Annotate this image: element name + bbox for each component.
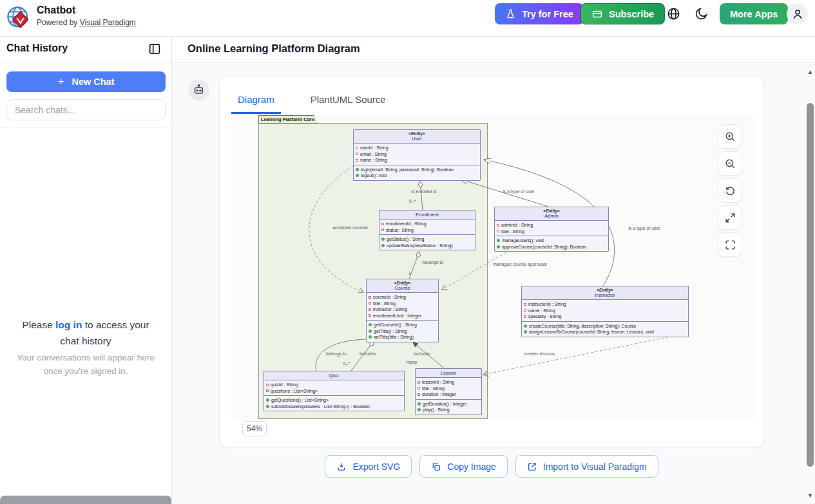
private-field-icon (369, 302, 371, 304)
sidebar: Chat History + New Chat Please log in to… (0, 37, 172, 504)
uml-entity-admin: «Entity»AdminadminId : Stringrole : Stri… (494, 207, 609, 252)
visual-paradigm-link[interactable]: Visual Paradigm (80, 18, 136, 27)
scroll-down-arrow[interactable]: ▼ (807, 492, 814, 499)
external-link-icon (527, 462, 537, 472)
uml-edge-label: includes (360, 351, 376, 356)
language-globe-icon[interactable] (666, 6, 681, 21)
app-title: Chatbot (37, 5, 75, 16)
private-field-icon (524, 309, 526, 312)
plus-icon: + (57, 75, 64, 88)
private-field-icon (356, 153, 358, 155)
private-field-icon (369, 296, 371, 299)
uml-edge-label: belongs to (423, 260, 443, 265)
private-field-icon (524, 315, 526, 318)
uml-edge-label: 0..* (343, 361, 350, 366)
public-method-icon (369, 323, 372, 326)
uml-edge-label: is enrolled in (411, 189, 436, 194)
public-method-icon (497, 245, 500, 248)
public-method-icon (524, 324, 527, 328)
login-message: Please log in to access your chat histor… (12, 317, 160, 350)
subscribe-button[interactable]: Subscribe (580, 3, 665, 24)
divider (0, 62, 171, 62)
try-for-free-button[interactable]: Try for Free (495, 3, 584, 24)
tab-plantuml-source[interactable]: PlantUML Source (304, 90, 392, 114)
person-icon (791, 8, 804, 21)
uml-edge-label: 0..* (409, 199, 416, 203)
public-method-icon (417, 402, 421, 406)
uml-entity-enrollment: EnrollmentenrollmentId : Stringstatus : … (379, 210, 475, 250)
uml-entity-course: «Entity»CoursecourseId : Stringtitle : S… (366, 279, 439, 342)
card-icon (591, 8, 603, 20)
private-field-icon (497, 224, 499, 227)
uml-edge-label: manages course approvals (493, 262, 548, 267)
private-field-icon (417, 381, 420, 384)
bot-avatar (188, 79, 209, 100)
powered-by: Powered by Visual Paradigm (37, 18, 136, 27)
uml-edge-label: many (406, 360, 417, 365)
uml-edge-label: is a type of user (628, 226, 660, 231)
import-to-visual-paradigm-button[interactable]: Import to Visual Paradigm (515, 455, 658, 478)
zoom-level-badge: 54% (242, 421, 267, 436)
tab-diagram[interactable]: Diagram (231, 90, 281, 114)
new-chat-button[interactable]: + New Chat (6, 71, 166, 92)
public-method-icon (369, 330, 372, 333)
log-in-link[interactable]: log in (55, 319, 82, 330)
uml-entity-lesson: LessonlessonId : Stringtitle : Stringdur… (415, 368, 482, 415)
sidebar-bottom-bar (0, 496, 171, 504)
private-field-icon (524, 303, 526, 306)
private-field-icon (356, 159, 358, 162)
uml-entity-instructor: «Entity»InstructorinstructorId : Stringn… (521, 286, 689, 337)
export-svg-button[interactable]: Export SVG (325, 455, 412, 478)
user-avatar-button[interactable] (787, 3, 808, 24)
chat-history-title: Chat History (6, 42, 68, 54)
uml-entity-quiz: QuizquizId : Stringquestions : List<Stri… (264, 371, 405, 411)
public-method-icon (356, 168, 359, 171)
more-apps-button[interactable]: More Apps (720, 3, 788, 24)
uml-edge-label: includes (414, 351, 430, 356)
private-field-icon (369, 314, 371, 317)
private-field-icon (417, 387, 420, 389)
private-field-icon (356, 147, 358, 149)
flask-icon (505, 8, 516, 19)
diagram-card: Diagram PlantUML Source Learning Platfor… (219, 77, 764, 447)
tab-bar: Diagram PlantUML Source (231, 90, 392, 114)
main-content: Diagram PlantUML Source Learning Platfor… (172, 63, 805, 504)
private-field-icon (266, 384, 269, 386)
collapse-panel-icon[interactable] (148, 42, 162, 56)
private-field-icon (381, 229, 384, 231)
private-field-icon (369, 308, 371, 311)
public-method-icon (266, 405, 269, 408)
private-field-icon (266, 389, 269, 392)
public-method-icon (417, 408, 421, 411)
public-method-icon (381, 238, 385, 241)
divider (0, 127, 171, 127)
uml-edge-label: 1 (408, 271, 411, 275)
search-chats-input[interactable] (6, 99, 166, 120)
login-hint: Your conversations will appear here once… (12, 351, 160, 378)
copy-icon (431, 462, 441, 472)
uml-edge-label: belongs to (326, 351, 347, 357)
public-method-icon (266, 398, 269, 402)
public-method-icon (381, 244, 385, 247)
public-method-icon (497, 239, 500, 242)
public-method-icon (369, 335, 372, 339)
dark-mode-moon-icon[interactable] (694, 6, 709, 21)
action-bar: Export SVG Copy Image Import to Visual P… (219, 455, 764, 478)
app-header: Chatbot Powered by Visual Paradigm Try f… (0, 0, 815, 37)
robot-icon (193, 84, 205, 96)
uml-edge-label: is a type of user (503, 189, 535, 194)
main-titlebar: Online Learning Platform Diagram (172, 37, 815, 63)
scroll-up-arrow[interactable]: ▲ (807, 68, 814, 75)
private-field-icon (381, 223, 384, 225)
page-title: Online Learning Platform Diagram (187, 42, 360, 55)
app-logo-icon (5, 5, 32, 32)
uml-edge-label: creates lessons (524, 351, 555, 356)
uml-edge-label: accesses courses (332, 225, 369, 230)
scrollbar-thumb[interactable] (807, 103, 814, 467)
copy-image-button[interactable]: Copy Image (419, 455, 507, 478)
uml-entity-user: «Entity»UseruserId : Stringemail : Strin… (353, 129, 481, 181)
private-field-icon (417, 393, 420, 396)
private-field-icon (497, 230, 499, 232)
download-icon (336, 462, 347, 472)
diagram-viewport[interactable]: Learning Platform Core is enrolled in0..… (231, 115, 754, 420)
